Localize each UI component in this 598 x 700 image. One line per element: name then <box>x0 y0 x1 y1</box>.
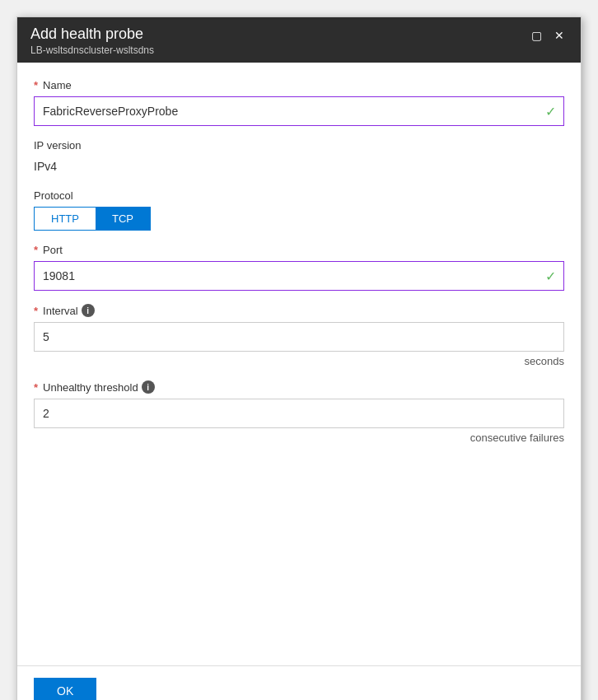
unhealthy-threshold-label: * Unhealthy threshold i <box>34 380 564 394</box>
restore-button[interactable]: ▢ <box>528 27 544 44</box>
protocol-field-group: Protocol HTTP TCP <box>34 189 564 231</box>
ip-version-field-group: IP version IPv4 <box>34 139 564 176</box>
unhealthy-threshold-required-star: * <box>34 381 38 394</box>
name-label: * Name <box>34 79 564 91</box>
unhealthy-threshold-label-text: Unhealthy threshold <box>43 381 138 394</box>
ip-version-value: IPv4 <box>34 156 564 176</box>
dialog-footer: OK <box>17 665 581 700</box>
port-required-star: * <box>34 244 38 256</box>
protocol-http-button[interactable]: HTTP <box>35 208 96 230</box>
interval-label: * Interval i <box>34 304 564 317</box>
title-bar: Add health probe LB-wsltsdnscluster-wslt… <box>17 17 581 63</box>
port-input-wrapper: ✓ <box>34 261 564 291</box>
name-required-star: * <box>34 79 38 91</box>
interval-required-star: * <box>34 305 38 317</box>
title-bar-text: Add health probe LB-wsltsdnscluster-wslt… <box>30 26 154 56</box>
interval-field-group: * Interval i seconds <box>34 304 564 367</box>
protocol-label: Protocol <box>34 189 564 202</box>
protocol-toggle: HTTP TCP <box>34 207 151 231</box>
protocol-tcp-button[interactable]: TCP <box>96 208 150 230</box>
name-input-wrapper: ✓ <box>34 96 564 126</box>
unhealthy-threshold-suffix: consecutive failures <box>34 432 564 444</box>
port-label-text: Port <box>43 244 63 256</box>
interval-input-wrapper <box>34 322 564 352</box>
unhealthy-threshold-field-group: * Unhealthy threshold i consecutive fail… <box>34 380 564 444</box>
port-checkmark-icon: ✓ <box>545 268 556 284</box>
ok-button[interactable]: OK <box>34 678 96 700</box>
unhealthy-threshold-info-icon[interactable]: i <box>142 380 155 394</box>
interval-input[interactable] <box>34 322 564 352</box>
interval-suffix: seconds <box>34 355 564 367</box>
name-input[interactable] <box>34 96 564 126</box>
name-label-text: Name <box>43 79 72 91</box>
port-field-group: * Port ✓ <box>34 244 564 291</box>
ip-version-label: IP version <box>34 139 564 152</box>
dialog-subtitle: LB-wsltsdnscluster-wsltsdns <box>30 44 154 56</box>
port-input[interactable] <box>34 261 564 291</box>
interval-info-icon[interactable]: i <box>82 304 95 317</box>
unhealthy-threshold-input-wrapper <box>34 399 564 428</box>
protocol-label-text: Protocol <box>34 189 73 202</box>
form-content: * Name ✓ IP version IPv4 Protocol HTTP T… <box>17 63 581 665</box>
unhealthy-threshold-input[interactable] <box>34 399 564 428</box>
port-label: * Port <box>34 244 564 256</box>
close-button[interactable]: ✕ <box>551 27 568 44</box>
name-field-group: * Name ✓ <box>34 79 564 126</box>
title-bar-controls: ▢ ✕ <box>528 27 568 44</box>
dialog-title: Add health probe <box>30 26 154 43</box>
name-checkmark-icon: ✓ <box>545 104 556 119</box>
ip-version-label-text: IP version <box>34 139 82 152</box>
interval-label-text: Interval <box>43 305 78 317</box>
add-health-probe-dialog: Add health probe LB-wsltsdnscluster-wslt… <box>16 16 582 700</box>
